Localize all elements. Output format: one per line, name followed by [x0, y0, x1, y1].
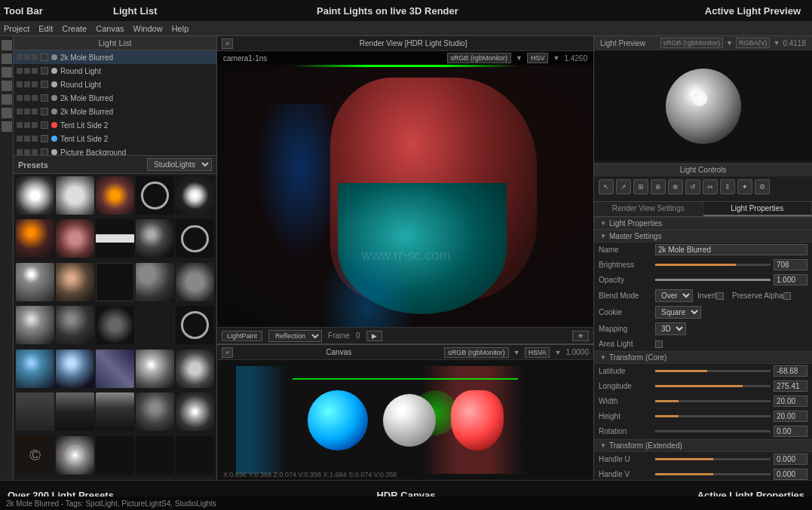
handle-u-slider[interactable] — [655, 458, 771, 460]
canvas-color-space-button[interactable]: sRGB (rgbMonitor) — [444, 347, 509, 358]
preset-item[interactable] — [56, 436, 94, 475]
light-item[interactable]: 2k Mole Blurred — [14, 91, 216, 105]
preset-item[interactable] — [96, 176, 134, 215]
brightness-slider[interactable] — [655, 264, 771, 266]
width-slider[interactable] — [655, 400, 771, 402]
lc-btn-1[interactable]: ↖ — [599, 179, 614, 194]
preserve-alpha-checkbox[interactable] — [783, 292, 791, 300]
preset-item[interactable] — [176, 263, 214, 301]
menu-canvas[interactable]: Canvas — [96, 24, 124, 33]
tool-icon-4[interactable] — [2, 81, 12, 91]
sun-icon-button[interactable]: ☀ — [572, 331, 589, 341]
light-item[interactable]: Picture Background — [14, 145, 216, 156]
preset-item[interactable] — [56, 392, 94, 431]
lc-btn-10[interactable]: ⚙ — [755, 179, 770, 194]
preview-color-space-button[interactable]: sRGB (rgbMonitor) — [660, 38, 724, 48]
tab-light-properties[interactable]: Light Properties — [703, 202, 813, 216]
preset-item[interactable] — [136, 263, 174, 301]
preset-item[interactable] — [16, 392, 54, 431]
rotation-input[interactable] — [774, 426, 807, 437]
preset-item[interactable] — [16, 219, 54, 258]
render-close-button[interactable]: × — [222, 38, 233, 49]
tool-icon-3[interactable] — [2, 67, 12, 78]
menu-edit[interactable]: Edit — [38, 24, 53, 33]
tool-icon-6[interactable] — [2, 108, 12, 118]
play-button[interactable]: ▶ — [366, 331, 382, 341]
cookie-select[interactable]: Square — [655, 306, 701, 319]
preset-item[interactable] — [136, 436, 174, 475]
preset-item[interactable] — [176, 392, 214, 431]
hsv-button[interactable]: HSV — [527, 53, 549, 63]
preset-item[interactable] — [96, 350, 134, 388]
preset-item[interactable] — [176, 219, 214, 258]
tool-icon-2[interactable] — [2, 53, 12, 64]
name-input[interactable] — [655, 244, 807, 255]
menu-create[interactable]: Create — [62, 24, 87, 33]
mapping-select[interactable]: 3D — [655, 322, 686, 335]
handle-v-input[interactable] — [774, 469, 807, 480]
handle-v-slider[interactable] — [655, 473, 771, 475]
preset-item[interactable] — [96, 436, 134, 475]
preset-item[interactable] — [56, 176, 94, 215]
preset-item[interactable] — [136, 350, 174, 388]
preset-item[interactable] — [136, 306, 174, 344]
rotation-slider[interactable] — [655, 430, 771, 432]
opacity-slider[interactable] — [655, 279, 771, 281]
lc-btn-7[interactable]: ⇔ — [703, 179, 718, 194]
preview-mode-button[interactable]: RGBA(V) — [736, 38, 771, 48]
canvas-mode-button[interactable]: HSVA — [525, 347, 550, 358]
preset-item[interactable] — [176, 436, 214, 475]
light-item[interactable]: 2k Mole Blurred — [14, 50, 216, 64]
preset-item[interactable] — [96, 306, 134, 344]
opacity-input[interactable] — [774, 274, 807, 286]
frame-mode-select[interactable]: Reflection — [268, 330, 322, 342]
menu-window[interactable]: Window — [133, 24, 163, 33]
latitude-input[interactable] — [774, 365, 807, 377]
preset-item[interactable] — [16, 350, 54, 388]
preset-item[interactable] — [56, 219, 94, 258]
preset-item[interactable] — [176, 350, 214, 388]
presets-dropdown[interactable]: StudioLights — [147, 158, 212, 171]
preset-item[interactable]: © — [16, 436, 54, 475]
latitude-slider[interactable] — [655, 370, 771, 372]
area-light-checkbox[interactable] — [655, 341, 663, 348]
preset-item[interactable] — [16, 176, 54, 215]
lc-btn-9[interactable]: ✦ — [737, 179, 752, 194]
height-slider[interactable] — [655, 415, 771, 417]
preset-item[interactable] — [176, 306, 214, 344]
tool-icon-1[interactable] — [2, 40, 12, 50]
invert-checkbox[interactable] — [716, 292, 724, 300]
lc-btn-4[interactable]: ⊕ — [651, 179, 666, 194]
preset-item[interactable] — [56, 263, 94, 301]
handle-u-input[interactable] — [774, 454, 807, 465]
color-space-button[interactable]: sRGB (rgbMonitor) — [447, 53, 512, 63]
blend-mode-select[interactable]: Over — [655, 289, 693, 302]
menu-project[interactable]: Project — [4, 24, 29, 33]
preset-item[interactable] — [56, 306, 94, 344]
canvas-close-button[interactable]: × — [222, 347, 233, 358]
tab-render-view-settings[interactable]: Render View Settings — [594, 202, 703, 216]
longitude-input[interactable] — [774, 380, 807, 392]
preset-item[interactable] — [56, 350, 94, 388]
lc-btn-6[interactable]: ↺ — [685, 179, 700, 194]
preset-item[interactable] — [16, 306, 54, 344]
tool-icon-7[interactable] — [2, 121, 12, 132]
light-item[interactable]: Round Light — [14, 78, 216, 91]
preset-item[interactable] — [176, 176, 214, 215]
lc-btn-2[interactable]: ↗ — [616, 179, 631, 194]
brightness-input[interactable] — [774, 259, 807, 270]
lc-btn-3[interactable]: ⊞ — [633, 179, 648, 194]
preset-item[interactable] — [96, 263, 134, 301]
light-item[interactable]: Tent Lit Side 2 — [14, 118, 216, 132]
preset-item[interactable] — [136, 176, 174, 215]
preset-item[interactable] — [96, 392, 134, 431]
light-item[interactable]: Round Light — [14, 64, 216, 78]
light-item[interactable]: Tent Lit Side 2 — [14, 132, 216, 145]
lc-btn-8[interactable]: ⇕ — [720, 179, 735, 194]
lc-btn-5[interactable]: ⊗ — [668, 179, 683, 194]
lightpaint-button[interactable]: LightPaint — [222, 331, 262, 341]
preset-item[interactable] — [16, 263, 54, 301]
preset-item[interactable] — [136, 392, 174, 431]
width-input[interactable] — [774, 395, 807, 407]
preset-item[interactable] — [136, 219, 174, 258]
